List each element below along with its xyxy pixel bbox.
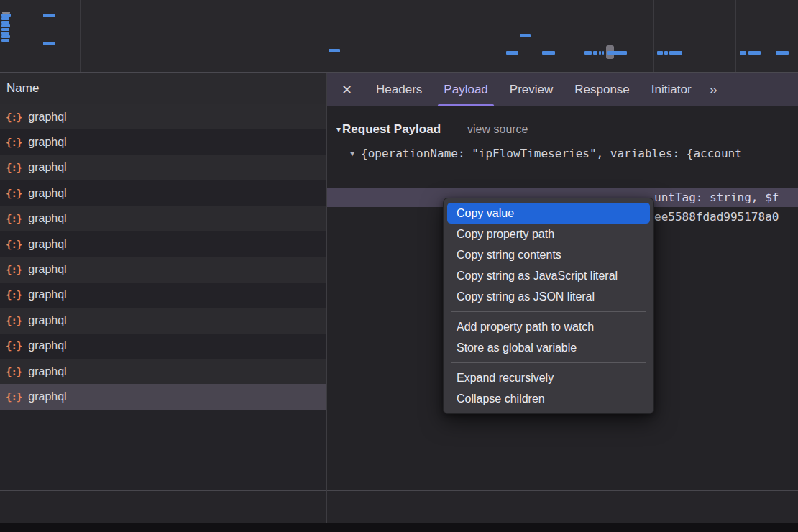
property-preview-end: ee5588fdad995178a0	[654, 207, 779, 226]
timeline-bar	[43, 14, 55, 17]
request-name: graphql	[28, 187, 66, 200]
overview-horizontal-rule	[0, 17, 798, 17]
request-name: graphql	[28, 136, 66, 149]
tab-headers[interactable]: Headers	[365, 73, 433, 106]
json-braces-icon: {:}	[6, 188, 22, 199]
footer-divider	[0, 490, 798, 491]
timeline-bar	[1, 39, 9, 42]
json-braces-icon: {:}	[6, 340, 22, 352]
timeline-bar	[669, 51, 682, 55]
timeline-bar	[607, 51, 627, 55]
menu-item-copy-string-as-json-literal[interactable]: Copy string as JSON literal	[447, 286, 650, 307]
summary-footer	[0, 491, 798, 523]
menu-separator	[451, 311, 646, 312]
request-row[interactable]: {:}graphql	[0, 155, 326, 180]
request-row[interactable]: {:}graphql	[0, 283, 326, 308]
menu-item-add-property-path-to-watch[interactable]: Add property path to watch	[447, 316, 650, 337]
json-braces-icon: {:}	[6, 162, 22, 173]
close-icon[interactable]: ✕	[336, 82, 358, 98]
overview-gridline	[80, 0, 81, 72]
view-source-link[interactable]: view source	[467, 123, 528, 136]
timeline-bar	[584, 51, 592, 55]
json-braces-icon: {:}	[6, 289, 22, 301]
request-list: {:}graphql{:}graphql{:}graphql{:}graphql…	[0, 104, 326, 410]
tab-preview[interactable]: Preview	[499, 73, 564, 106]
timeline-bar	[329, 49, 340, 52]
json-braces-icon: {:}	[6, 264, 22, 275]
timeline-bar	[776, 51, 789, 55]
timeline-bar	[1, 32, 9, 35]
overview-gridline	[244, 0, 244, 72]
context-menu: Copy valueCopy property pathCopy string …	[443, 198, 654, 414]
payload-row-operationname[interactable]: operationName: "ipFlowTimeseries"	[327, 168, 798, 188]
menu-item-copy-property-path[interactable]: Copy property path	[447, 224, 650, 244]
request-row[interactable]: {:}graphql	[0, 257, 326, 282]
overview-gridline	[572, 0, 572, 72]
menu-item-copy-string-as-javascript-literal[interactable]: Copy string as JavaScript literal	[447, 265, 650, 286]
timeline-bar	[593, 51, 597, 55]
overview-gridline	[653, 0, 654, 72]
json-braces-icon: {:}	[6, 111, 22, 123]
request-row[interactable]: {:}graphql	[0, 231, 326, 257]
section-collapse-caret-icon[interactable]: ▾	[336, 124, 341, 134]
timeline-bar	[542, 51, 555, 55]
tab-payload[interactable]: Payload	[433, 73, 498, 106]
overview-gridline	[490, 0, 490, 72]
request-name: graphql	[28, 212, 66, 225]
request-row[interactable]: {:}graphql	[0, 180, 326, 206]
network-overview[interactable]	[0, 0, 798, 73]
menu-separator	[451, 362, 646, 363]
request-row[interactable]: {:}graphql	[0, 359, 326, 384]
panel-divider[interactable]	[326, 73, 327, 532]
json-braces-icon: {:}	[6, 137, 22, 148]
menu-item-store-as-global-variable[interactable]: Store as global variable	[447, 337, 650, 358]
request-name: graphql	[28, 111, 66, 124]
timeline-bar	[1, 35, 10, 38]
payload-preview-row[interactable]: ▼ {operationName: "ipFlowTimeseries", va…	[327, 145, 798, 163]
request-row[interactable]: {:}graphql	[0, 129, 326, 155]
request-name: graphql	[28, 263, 66, 276]
timeline-bar	[657, 51, 663, 55]
devtools-network-panel: Name {:}graphql{:}graphql{:}graphql{:}gr…	[0, 0, 798, 532]
timeline-bar	[1, 24, 10, 27]
request-name: graphql	[28, 288, 66, 301]
json-braces-icon: {:}	[6, 213, 22, 224]
tab-initiator[interactable]: Initiator	[641, 73, 702, 106]
name-column-header[interactable]: Name	[0, 73, 326, 104]
overview-gridline	[162, 0, 162, 72]
expand-caret-icon[interactable]: ▼	[350, 145, 354, 163]
timeline-bar	[748, 51, 761, 55]
payload-preview-text: {operationName: "ipFlowTimeseries", vari…	[361, 145, 742, 163]
json-braces-icon: {:}	[6, 239, 22, 250]
timeline-bar	[1, 14, 11, 17]
overview-gridline	[326, 0, 326, 72]
json-braces-icon: {:}	[6, 366, 22, 377]
request-row[interactable]: {:}graphql	[0, 206, 326, 231]
menu-item-copy-string-contents[interactable]: Copy string contents	[447, 244, 650, 265]
request-row[interactable]: {:}graphql	[0, 104, 326, 129]
request-row[interactable]: {:}graphql	[0, 308, 326, 333]
tab-response[interactable]: Response	[564, 73, 641, 106]
request-row[interactable]: {:}graphql	[0, 384, 326, 409]
details-tab-bar: ✕ HeadersPayloadPreviewResponseInitiator…	[327, 73, 798, 106]
tabs: HeadersPayloadPreviewResponseInitiator	[365, 73, 702, 106]
timeline-bar	[602, 51, 604, 55]
timeline-bar	[740, 51, 746, 55]
name-column-label: Name	[6, 81, 39, 96]
more-tabs-icon[interactable]: »	[702, 81, 723, 98]
request-name: graphql	[28, 238, 66, 251]
menu-item-collapse-children[interactable]: Collapse children	[447, 388, 650, 409]
timeline-bar	[43, 42, 55, 45]
request-name: graphql	[28, 339, 66, 352]
request-name: graphql	[28, 365, 66, 378]
window-bottom-edge	[0, 523, 798, 532]
menu-item-copy-value[interactable]: Copy value	[447, 203, 650, 224]
request-name: graphql	[28, 314, 66, 327]
json-braces-icon: {:}	[6, 391, 22, 403]
menu-item-expand-recursively[interactable]: Expand recursively	[447, 367, 650, 388]
timeline-bar	[1, 28, 9, 31]
timeline-bar	[1, 21, 9, 24]
request-list-panel: Name {:}graphql{:}graphql{:}graphql{:}gr…	[0, 73, 326, 532]
request-row[interactable]: {:}graphql	[0, 334, 326, 359]
timeline-bar	[664, 51, 668, 55]
